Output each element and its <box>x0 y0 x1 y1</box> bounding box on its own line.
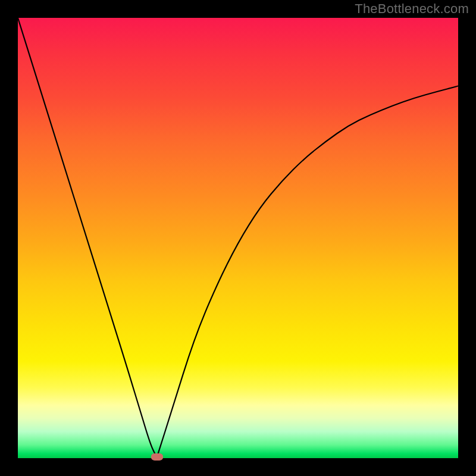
watermark-text: TheBottleneck.com <box>355 1 469 17</box>
bottleneck-curve <box>18 18 458 458</box>
chart-frame: TheBottleneck.com <box>0 0 476 476</box>
plot-area <box>18 18 458 458</box>
optimal-point-marker <box>151 453 163 461</box>
